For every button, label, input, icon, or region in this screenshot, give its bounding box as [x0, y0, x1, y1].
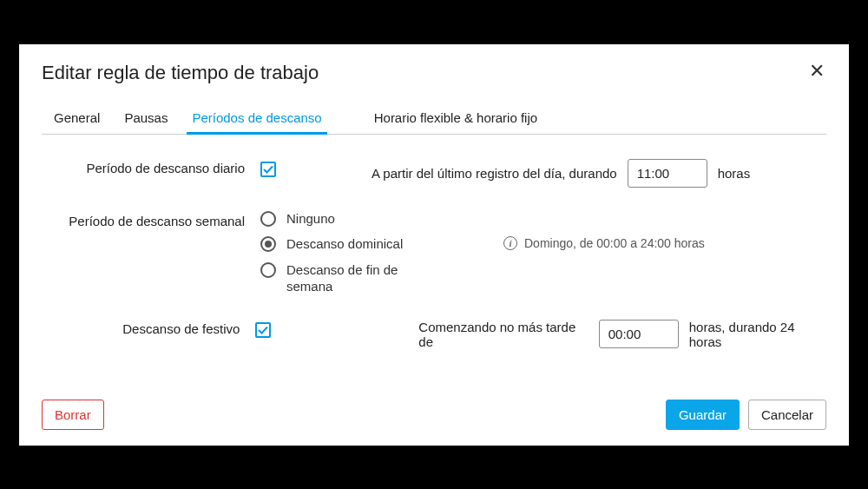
radio-icon: [260, 236, 276, 252]
tab-horario-flexible[interactable]: Horario flexible & horario fijo: [374, 103, 537, 134]
daily-rest-config: A partir del último registro del día, du…: [372, 159, 750, 188]
weekly-rest-option-none[interactable]: Ninguno: [260, 210, 425, 228]
radio-icon: [260, 211, 276, 227]
tab-pausas[interactable]: Pausas: [124, 103, 168, 134]
weekly-rest-radio-group: Ninguno Descanso dominical Descanso de f…: [260, 210, 425, 295]
edit-work-time-rule-modal: Editar regla de tiempo de trabajo ✕ Gene…: [19, 44, 849, 446]
weekly-rest-label: Período de descanso semanal: [42, 210, 260, 228]
holiday-rest-config: Comenzando no más tarde de horas, durand…: [418, 320, 826, 349]
radio-dot-icon: [265, 241, 272, 248]
check-icon: [258, 325, 268, 335]
holiday-rest-row: Descanso de festivo Comenzando no más ta…: [42, 318, 826, 349]
radio-label-weekend: Descanso de fin de semana: [286, 261, 425, 295]
tab-general[interactable]: General: [54, 103, 100, 134]
tab-bar: General Pausas Períodos de descanso Hora…: [42, 103, 826, 135]
modal-footer: Borrar Guardar Cancelar: [42, 389, 826, 430]
save-button[interactable]: Guardar: [666, 400, 740, 430]
check-icon: [263, 164, 273, 175]
weekly-rest-row: Período de descanso semanal Ninguno Desc…: [42, 210, 826, 295]
modal-header: Editar regla de tiempo de trabajo ✕: [42, 62, 826, 84]
tab-content: Período de descanso diario A partir del …: [42, 135, 826, 389]
daily-rest-text-after: horas: [718, 166, 751, 181]
daily-rest-row: Período de descanso diario A partir del …: [42, 157, 826, 188]
weekly-rest-info-text: Domingo, de 00:00 a 24:00 horas: [524, 236, 705, 250]
radio-label-none: Ninguno: [286, 210, 335, 228]
holiday-rest-checkbox[interactable]: [255, 322, 271, 338]
holiday-rest-label: Descanso de festivo: [42, 318, 255, 336]
tab-periodos-descanso[interactable]: Períodos de descanso: [192, 103, 321, 134]
delete-button[interactable]: Borrar: [42, 400, 104, 430]
weekly-rest-option-sunday[interactable]: Descanso dominical: [260, 235, 425, 253]
holiday-rest-start-input[interactable]: [599, 320, 679, 348]
modal-title: Editar regla de tiempo de trabajo: [42, 62, 319, 84]
daily-rest-checkbox[interactable]: [260, 162, 276, 177]
weekly-rest-option-weekend[interactable]: Descanso de fin de semana: [260, 261, 425, 295]
daily-rest-duration-input[interactable]: [628, 159, 707, 188]
footer-actions: Guardar Cancelar: [666, 400, 826, 430]
holiday-rest-text-after: horas, durando 24 horas: [689, 320, 826, 349]
weekly-rest-info: i Domingo, de 00:00 a 24:00 horas: [503, 236, 705, 250]
cancel-button[interactable]: Cancelar: [748, 400, 826, 430]
holiday-rest-text-before: Comenzando no más tarde de: [418, 320, 588, 349]
radio-label-sunday: Descanso dominical: [286, 235, 403, 253]
tab-spacer: [346, 103, 350, 134]
radio-icon: [260, 262, 276, 278]
close-icon[interactable]: ✕: [807, 62, 826, 81]
info-icon: i: [503, 236, 517, 250]
daily-rest-text-before: A partir del último registro del día, du…: [372, 166, 617, 181]
daily-rest-label: Período de descanso diario: [42, 157, 260, 175]
